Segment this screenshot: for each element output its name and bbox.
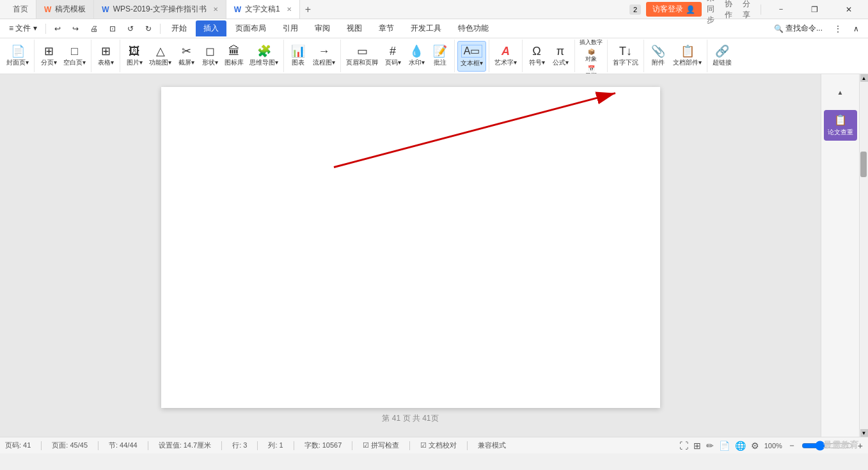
visitor-login-button[interactable]: 访客登录 👤 [646, 2, 702, 17]
table-icon: ⊞ [101, 45, 111, 57]
mindmap-button[interactable]: 🧩 思维导图▾ [247, 41, 281, 72]
status-edit-icon[interactable]: ✏ [706, 441, 714, 451]
status-row: 行: 3 [232, 441, 247, 450]
scroll-thumb[interactable] [860, 152, 867, 177]
tab-review[interactable]: 审阅 [307, 20, 338, 36]
home-tab-label: 首页 [13, 4, 28, 15]
status-sep-7 [352, 441, 352, 450]
scroll-down-button[interactable]: ▼ [860, 429, 868, 437]
screenshot-button[interactable]: ✂ 截屏▾ [175, 41, 198, 72]
svg-line-1 [334, 93, 615, 168]
page-group: ⊞ 分页▾ □ 空白页▾ [37, 40, 91, 72]
new-tab-button[interactable]: + [300, 4, 316, 15]
status-zoom-minus[interactable]: － [787, 440, 796, 451]
tab-guide[interactable]: W WPS-2019-文字操作指引书 ✕ [94, 0, 226, 19]
blank-page-button[interactable]: □ 空白页▾ [61, 41, 88, 72]
symbol-button[interactable]: Ω 符号▾ [525, 41, 548, 72]
tab-guide-label: WPS-2019-文字操作指引书 [113, 4, 207, 15]
shape-button[interactable]: ◻ 形状▾ [198, 41, 221, 72]
sync-button[interactable]: 未同步 [707, 3, 720, 16]
minimize-button[interactable]: － [766, 0, 795, 19]
document-page[interactable] [161, 87, 660, 408]
tab-home[interactable]: 首页 [5, 0, 36, 19]
formula-button[interactable]: π 公式▾ [549, 41, 572, 72]
status-web-icon[interactable]: 🌐 [735, 441, 746, 451]
insert-object-button[interactable]: 📦对象 [578, 48, 604, 64]
tab-insert[interactable]: 插入 [196, 20, 226, 36]
search-icon: 🔍 [774, 24, 784, 33]
status-spellcheck[interactable]: ☑ 拼写检查 [363, 441, 399, 450]
tab-template[interactable]: W 稿壳模板 [36, 0, 94, 19]
page-num-button[interactable]: # 页码▾ [381, 41, 404, 72]
status-layout-icon[interactable]: ⊞ [693, 441, 701, 451]
function-chart-button[interactable]: △ 功能图▾ [146, 41, 174, 72]
dropcap-button[interactable]: T↓ 首字下沉 [610, 41, 641, 72]
format-painter-icon: ⊡ [109, 24, 116, 33]
close-button[interactable]: ✕ [834, 0, 863, 19]
page-break-icon: ⊞ [44, 45, 54, 57]
hyperlink-label: 超链接 [713, 58, 732, 67]
tab-start[interactable]: 开始 [164, 20, 194, 36]
redo-button[interactable]: ↪ [67, 22, 84, 36]
insert-number-button[interactable]: 🔢插入数字 [578, 38, 604, 47]
print-button[interactable]: 🖨 [85, 22, 103, 36]
status-read-icon[interactable]: 📄 [719, 441, 730, 451]
comment-button[interactable]: 📝 批注 [429, 41, 452, 72]
insert-date-button[interactable]: 📅日期 [578, 65, 604, 74]
panel-collapse-button[interactable]: ▲ [825, 79, 856, 105]
collab-button[interactable]: 协作 [725, 3, 738, 16]
tab-guide-close[interactable]: ✕ [213, 6, 218, 13]
share-button[interactable]: 分享 [743, 3, 755, 16]
notification-badge[interactable]: 2 [629, 4, 641, 15]
redo-icon: ↪ [72, 24, 79, 33]
collapse-btn[interactable]: ∧ [848, 22, 864, 36]
tab-doc1[interactable]: W 文字文稿1 ✕ [226, 0, 300, 19]
flowchart-button[interactable]: → 流程图▾ [310, 41, 338, 72]
more-btn[interactable]: ⋮ [829, 22, 847, 36]
page-break-button[interactable]: ⊞ 分页▾ [37, 41, 60, 72]
status-doccheck[interactable]: ☑ 文档校对 [420, 441, 457, 450]
undo-button[interactable]: ↩ [49, 22, 66, 36]
tab-chapter[interactable]: 章节 [371, 20, 402, 36]
attach-button[interactable]: 📎 附件 [647, 41, 670, 72]
tab-view[interactable]: 视图 [339, 20, 370, 36]
doc-area[interactable]: 第 41 页 共 41页 [0, 74, 821, 437]
tab-start-label: 开始 [171, 24, 187, 33]
attach-icon: 📎 [651, 45, 665, 57]
tab-special[interactable]: 特色功能 [450, 20, 496, 36]
tab-ref[interactable]: 引用 [275, 20, 306, 36]
tab-chapter-label: 章节 [379, 24, 394, 33]
tab-doc1-close[interactable]: ✕ [287, 6, 292, 13]
header-footer-button[interactable]: ▭ 页眉和页脚 [343, 41, 381, 72]
docpart-button[interactable]: 📋 文档部件▾ [670, 41, 704, 72]
hyperlink-icon: 🔗 [715, 45, 729, 57]
status-fullscreen-icon[interactable]: ⛶ [679, 441, 688, 451]
icon-library-button[interactable]: 🏛 图标库 [222, 41, 246, 72]
search-command[interactable]: 🔍 查找命令... [769, 20, 828, 36]
image-button[interactable]: 🖼 图片▾ [123, 41, 146, 72]
chart-button[interactable]: 📊 图表 [287, 41, 310, 72]
tab-layout[interactable]: 页面布局 [228, 20, 274, 36]
arttext-button[interactable]: A 艺术字▾ [492, 41, 519, 72]
scroll-track[interactable] [860, 82, 868, 429]
watermark-button[interactable]: 💧 水印▾ [405, 41, 428, 72]
cover-page-button[interactable]: 📄 封面页▾ [4, 41, 31, 72]
status-sep-1 [41, 441, 42, 450]
table-button[interactable]: ⊞ 表格▾ [94, 41, 117, 72]
dropcap-label: 首字下沉 [613, 58, 638, 67]
image-group: 🖼 图片▾ △ 功能图▾ ✂ 截屏▾ ◻ 形状▾ 🏛 图标库 🧩 思维导图▾ [123, 40, 284, 72]
page-number-info: 第 41 页 共 41页 [382, 413, 438, 424]
textbox-button[interactable]: A▭ 文本框▾ [457, 41, 486, 72]
symbol-icon: Ω [532, 45, 541, 57]
hyperlink-button[interactable]: 🔗 超链接 [710, 41, 734, 72]
scroll-up-button[interactable]: ▲ [860, 74, 868, 82]
restore-button[interactable]: ❐ [800, 0, 829, 19]
scrollbar-right[interactable]: ▲ ▼ [859, 74, 868, 437]
tab-dev[interactable]: 开发工具 [403, 20, 449, 36]
format-painter-button[interactable]: ⊡ [104, 22, 121, 36]
file-menu[interactable]: ≡ 文件 ▾ [4, 20, 42, 36]
paper-check-button[interactable]: 📋 论文查重 [824, 110, 857, 141]
status-settings-icon[interactable]: ⚙ [751, 441, 759, 451]
redo2-button[interactable]: ↻ [140, 22, 157, 36]
undo2-button[interactable]: ↺ [122, 22, 139, 36]
